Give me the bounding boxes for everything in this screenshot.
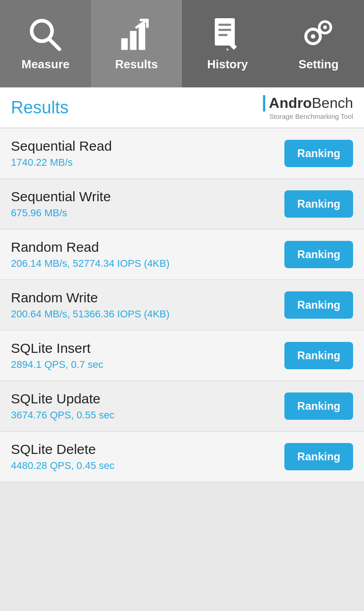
nav-label-results: Results [115,57,158,71]
result-row: SQLite Insert2894.1 QPS, 0.7 secRanking [0,331,364,381]
result-name: Random Write [11,290,170,306]
result-row: SQLite Update3674.76 QPS, 0.55 secRankin… [0,381,364,432]
result-info: Sequential Read1740.22 MB/s [11,138,112,168]
result-row: Random Read206.14 MB/s, 52774.34 IOPS (4… [0,229,364,280]
nav-item-history[interactable]: History [182,0,273,87]
settings-icon [300,16,337,53]
search-icon [27,16,64,53]
result-value: 4480.28 QPS, 0.45 sec [11,460,115,472]
nav-label-measure: Measure [21,57,70,71]
svg-rect-3 [130,31,136,50]
svg-rect-9 [218,34,228,36]
svg-point-15 [323,25,327,29]
brand-bar-decoration [263,95,265,112]
svg-point-13 [311,34,315,39]
result-name: Sequential Write [11,189,111,204]
result-info: Random Read206.14 MB/s, 52774.34 IOPS (4… [11,239,170,270]
result-value: 3674.76 QPS, 0.55 sec [11,409,115,421]
svg-line-1 [49,39,59,49]
ranking-button[interactable]: Ranking [284,140,353,167]
result-value: 1740.22 MB/s [11,157,112,168]
ranking-button[interactable]: Ranking [284,443,353,470]
result-name: SQLite Update [11,391,115,407]
result-value: 206.14 MB/s, 52774.34 IOPS (4KB) [11,258,170,270]
nav-item-measure[interactable]: Measure [0,0,91,87]
results-icon [118,16,155,53]
result-info: Random Write200.64 MB/s, 51366.36 IOPS (… [11,290,170,320]
result-info: Sequential Write675.96 MB/s [11,189,111,219]
result-info: SQLite Delete4480.28 QPS, 0.45 sec [11,442,115,472]
ranking-button[interactable]: Ranking [284,241,353,268]
result-value: 200.64 MB/s, 51366.36 IOPS (4KB) [11,308,170,320]
nav-label-setting: Setting [298,57,339,71]
history-icon [209,16,246,53]
svg-rect-4 [139,24,145,50]
brand-name: AndroBench [263,95,353,112]
page-header: Results AndroBench Storage Benchmarking … [0,87,364,128]
page-title: Results [11,98,69,117]
result-name: Sequential Read [11,138,112,154]
ranking-button[interactable]: Ranking [284,392,353,420]
nav-bar: Measure Results History [0,0,364,87]
result-row: Random Write200.64 MB/s, 51366.36 IOPS (… [0,280,364,331]
result-name: SQLite Insert [11,341,103,356]
result-row: SQLite Delete4480.28 QPS, 0.45 secRankin… [0,432,364,482]
result-name: SQLite Delete [11,442,115,457]
svg-rect-7 [218,24,231,26]
nav-item-setting[interactable]: Setting [273,0,364,87]
result-row: Sequential Write675.96 MB/sRanking [0,179,364,229]
svg-rect-2 [121,38,127,50]
results-list: Sequential Read1740.22 MB/sRankingSequen… [0,128,364,482]
ranking-button[interactable]: Ranking [284,291,353,319]
nav-label-history: History [207,57,248,71]
brand-logo: AndroBench Storage Benchmarking Tool [263,95,353,120]
result-value: 2894.1 QPS, 0.7 sec [11,359,103,371]
svg-rect-6 [215,18,235,46]
svg-marker-11 [227,48,229,50]
result-info: SQLite Update3674.76 QPS, 0.55 sec [11,391,115,421]
result-row: Sequential Read1740.22 MB/sRanking [0,128,364,179]
result-name: Random Read [11,239,170,255]
ranking-button[interactable]: Ranking [284,190,353,218]
svg-rect-8 [218,29,231,31]
ranking-button[interactable]: Ranking [284,342,353,369]
brand-subtitle: Storage Benchmarking Tool [269,112,353,120]
brand-andro: Andro [269,95,312,112]
brand-bench: Bench [312,95,353,112]
result-value: 675.96 MB/s [11,207,111,219]
result-info: SQLite Insert2894.1 QPS, 0.7 sec [11,341,103,371]
nav-item-results[interactable]: Results [91,0,182,87]
